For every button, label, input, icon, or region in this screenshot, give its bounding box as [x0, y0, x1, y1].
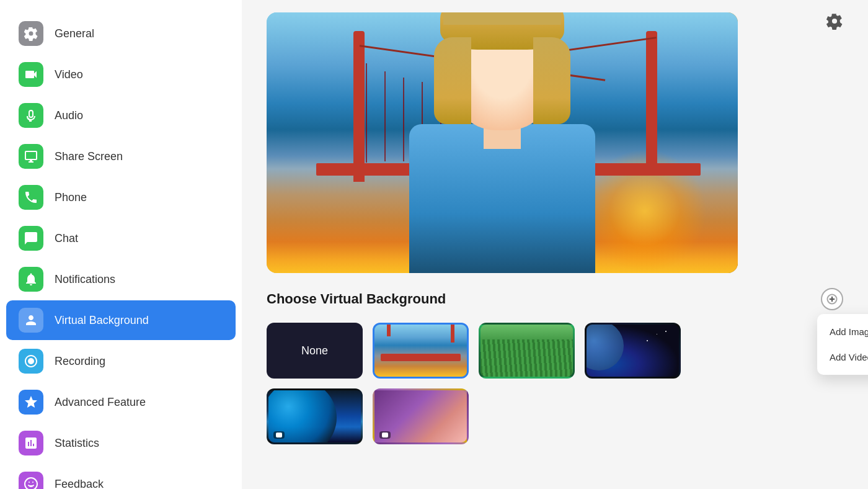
- audio-icon: [19, 103, 43, 128]
- share-screen-icon: [19, 144, 43, 169]
- sidebar-item-audio[interactable]: Audio: [6, 96, 236, 135]
- sidebar-item-statistics[interactable]: Statistics: [6, 423, 236, 463]
- add-background-dropdown: Add Image Add Video: [817, 314, 868, 375]
- sidebar-item-label-advanced-feature: Advanced Feature: [55, 396, 146, 409]
- add-image-option[interactable]: Add Image: [817, 319, 868, 344]
- sidebar-item-feedback[interactable]: Feedback: [6, 464, 236, 489]
- bg-bridge[interactable]: [373, 323, 469, 379]
- notifications-icon: [19, 267, 43, 292]
- sidebar-item-video[interactable]: Video: [6, 55, 236, 94]
- sidebar-item-label-audio: Audio: [55, 109, 83, 122]
- video-indicator-earth: [273, 431, 285, 439]
- general-icon: [19, 21, 43, 46]
- sidebar: General Video Audio Share Screen: [0, 0, 242, 489]
- sidebar-item-label-share-screen: Share Screen: [55, 150, 123, 163]
- video-preview: [267, 12, 738, 273]
- svg-point-1: [25, 478, 37, 489]
- virtual-background-icon: [19, 308, 43, 333]
- recording-icon: [19, 349, 43, 374]
- feedback-icon: [19, 472, 43, 489]
- statistics-icon: [19, 431, 43, 455]
- sidebar-item-label-feedback: Feedback: [55, 478, 104, 490]
- add-video-option[interactable]: Add Video: [817, 344, 868, 370]
- choose-background-title: Choose Virtual Background: [267, 291, 446, 307]
- sidebar-item-virtual-background[interactable]: Virtual Background: [6, 300, 236, 340]
- sidebar-item-label-chat: Chat: [55, 232, 78, 245]
- bg-purple[interactable]: [373, 388, 469, 444]
- bg-grass[interactable]: [479, 323, 575, 379]
- sidebar-item-recording[interactable]: Recording: [6, 341, 236, 381]
- sidebar-item-label-video: Video: [55, 68, 83, 81]
- chat-icon: [19, 226, 43, 251]
- sidebar-item-label-statistics: Statistics: [55, 437, 99, 450]
- choose-background-header: Choose Virtual Background Add Image Add …: [267, 288, 843, 310]
- video-indicator-purple: [379, 431, 391, 439]
- sidebar-item-label-notifications: Notifications: [55, 273, 115, 286]
- sidebar-item-notifications[interactable]: Notifications: [6, 259, 236, 299]
- sidebar-item-advanced-feature[interactable]: Advanced Feature: [6, 382, 236, 422]
- settings-button[interactable]: [826, 12, 843, 34]
- background-thumbnails-row2: [267, 388, 843, 444]
- background-thumbnails-row1: None: [267, 323, 843, 379]
- main-content: Choose Virtual Background Add Image Add …: [242, 0, 868, 489]
- svg-point-0: [28, 358, 34, 364]
- advanced-feature-icon: [19, 390, 43, 415]
- sidebar-item-share-screen[interactable]: Share Screen: [6, 137, 236, 176]
- sidebar-item-label-general: General: [55, 27, 94, 40]
- sidebar-item-chat[interactable]: Chat: [6, 218, 236, 258]
- video-icon: [19, 62, 43, 87]
- sidebar-item-phone[interactable]: Phone: [6, 177, 236, 217]
- sidebar-item-label-phone: Phone: [55, 191, 87, 204]
- bg-space[interactable]: [585, 323, 681, 379]
- sidebar-item-label-recording: Recording: [55, 355, 105, 368]
- bg-earth[interactable]: [267, 388, 363, 444]
- add-background-button[interactable]: Add Image Add Video: [821, 288, 843, 310]
- sidebar-item-label-virtual-background: Virtual Background: [55, 314, 149, 327]
- bg-none[interactable]: None: [267, 323, 363, 379]
- sidebar-item-general[interactable]: General: [6, 14, 236, 53]
- phone-icon: [19, 185, 43, 210]
